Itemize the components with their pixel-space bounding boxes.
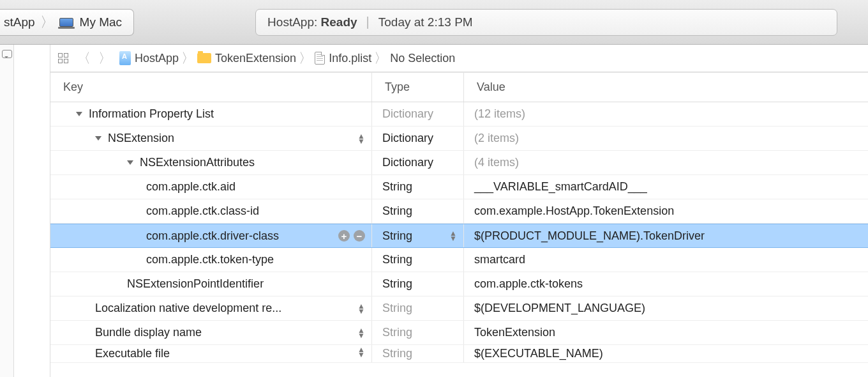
- crumb-hostapp[interactable]: HostApp: [119, 51, 179, 65]
- toolbar: stApp 〉 My Mac HostApp: Ready | Today at…: [0, 0, 868, 45]
- key-cell[interactable]: Localization native development re...▲▼: [50, 296, 372, 320]
- plist-table: Key Type Value Information Property List…: [50, 72, 868, 363]
- type-cell[interactable]: String: [372, 248, 464, 272]
- key-stepper-icon[interactable]: ▲▼: [357, 347, 365, 357]
- key-cell[interactable]: Executable file▲▼: [50, 345, 372, 362]
- key-text: Bundle display name: [95, 326, 202, 339]
- table-row[interactable]: com.apple.ctk.driver-class+−String▲▼$(PR…: [50, 224, 868, 248]
- type-text: String: [382, 277, 412, 291]
- key-text: com.apple.ctk.class-id: [146, 204, 259, 218]
- crumb-noselection[interactable]: No Selection: [390, 52, 455, 65]
- key-stepper-icon[interactable]: ▲▼: [357, 134, 365, 144]
- type-text: Dictionary: [382, 107, 433, 121]
- value-cell[interactable]: (4 items): [464, 151, 868, 174]
- chevron-right-icon: 〉: [374, 49, 387, 67]
- type-text: String: [382, 347, 412, 360]
- value-cell[interactable]: $(PRODUCT_MODULE_NAME).TokenDriver: [464, 224, 868, 247]
- type-cell[interactable]: String: [372, 321, 464, 344]
- key-cell[interactable]: NSExtension▲▼: [50, 127, 372, 150]
- type-text: Dictionary: [382, 132, 433, 145]
- type-cell[interactable]: String: [372, 345, 464, 362]
- value-cell[interactable]: (2 items): [464, 127, 868, 150]
- table-row[interactable]: NSExtensionPointIdentifierStringcom.appl…: [50, 272, 868, 296]
- type-text: String: [382, 302, 412, 315]
- value-cell[interactable]: ___VARIABLE_smartCardAID___: [464, 175, 868, 199]
- value-cell[interactable]: smartcard: [464, 248, 868, 272]
- table-header: Key Type Value: [50, 73, 868, 102]
- key-cell[interactable]: com.apple.ctk.aid: [50, 175, 372, 199]
- col-type[interactable]: Type: [372, 73, 464, 102]
- type-text: String: [382, 253, 412, 266]
- related-items-icon[interactable]: [57, 53, 70, 63]
- col-key[interactable]: Key: [50, 73, 372, 102]
- app-icon: [119, 51, 131, 65]
- value-cell[interactable]: $(DEVELOPMENT_LANGUAGE): [464, 296, 868, 320]
- key-cell[interactable]: NSExtensionPointIdentifier: [50, 272, 372, 296]
- crumb-tokenextension[interactable]: TokenExtension: [197, 52, 296, 65]
- value-cell[interactable]: com.example.HostApp.TokenExtension: [464, 199, 868, 223]
- type-text: String: [382, 229, 412, 243]
- key-cell[interactable]: com.apple.ctk.token-type: [50, 248, 372, 272]
- key-cell[interactable]: Bundle display name▲▼: [50, 321, 372, 344]
- table-row[interactable]: com.apple.ctk.aidString___VARIABLE_smart…: [50, 175, 868, 199]
- key-cell[interactable]: Information Property List: [50, 102, 372, 126]
- value-cell[interactable]: $(EXECUTABLE_NAME): [464, 345, 868, 362]
- type-cell[interactable]: String▲▼: [372, 224, 464, 247]
- add-button[interactable]: +: [338, 230, 350, 242]
- separator: |: [366, 15, 370, 29]
- activity-status: HostApp: Ready | Today at 2:13 PM: [255, 9, 837, 36]
- type-cell[interactable]: String: [372, 199, 464, 223]
- chevron-right-icon: 〉: [181, 49, 195, 67]
- type-cell[interactable]: Dictionary: [372, 127, 464, 150]
- mac-icon: [59, 18, 73, 27]
- type-text: String: [382, 204, 412, 218]
- scheme-app-label: stApp: [4, 15, 35, 29]
- table-row[interactable]: Localization native development re...▲▼S…: [50, 296, 868, 321]
- key-stepper-icon[interactable]: ▲▼: [357, 328, 365, 338]
- disclosure-triangle-icon[interactable]: [95, 136, 101, 141]
- disclosure-triangle-icon[interactable]: [127, 160, 133, 165]
- table-row[interactable]: Executable file▲▼String$(EXECUTABLE_NAME…: [50, 345, 868, 363]
- add-remove-controls: +−: [338, 230, 365, 242]
- table-row[interactable]: com.apple.ctk.class-idStringcom.example.…: [50, 199, 868, 224]
- document-icon: [315, 52, 325, 65]
- key-cell[interactable]: NSExtensionAttributes: [50, 151, 372, 174]
- type-text: String: [382, 326, 412, 339]
- key-text: NSExtension: [108, 132, 174, 145]
- key-text: Localization native development re...: [95, 302, 281, 315]
- key-text: Executable file: [95, 347, 170, 360]
- type-cell[interactable]: Dictionary: [372, 151, 464, 174]
- table-row[interactable]: NSExtension▲▼Dictionary(2 items): [50, 127, 868, 151]
- key-stepper-icon[interactable]: ▲▼: [357, 304, 365, 314]
- status-time: Today at 2:13 PM: [378, 15, 473, 29]
- table-row[interactable]: NSExtensionAttributesDictionary(4 items): [50, 151, 868, 175]
- table-row[interactable]: Bundle display name▲▼StringTokenExtensio…: [50, 321, 868, 345]
- crumb-infoplist[interactable]: Info.plist: [315, 52, 371, 65]
- type-stepper-icon[interactable]: ▲▼: [449, 231, 457, 241]
- value-cell[interactable]: TokenExtension: [464, 321, 868, 344]
- remove-button[interactable]: −: [354, 230, 365, 242]
- comment-icon[interactable]: [2, 50, 12, 58]
- type-cell[interactable]: String: [372, 296, 464, 320]
- type-cell[interactable]: String: [372, 175, 464, 199]
- left-gutter: [0, 45, 14, 377]
- key-cell[interactable]: com.apple.ctk.class-id: [50, 199, 372, 223]
- forward-button[interactable]: 〉: [98, 49, 112, 67]
- disclosure-triangle-icon[interactable]: [76, 112, 82, 116]
- value-cell[interactable]: com.apple.ctk-tokens: [464, 272, 868, 296]
- key-text: NSExtensionPointIdentifier: [127, 277, 264, 291]
- chevron-right-icon: 〉: [299, 49, 312, 67]
- table-row[interactable]: Information Property ListDictionary(12 i…: [50, 102, 868, 127]
- back-button[interactable]: 〈: [77, 49, 91, 67]
- key-text: com.apple.ctk.aid: [146, 180, 236, 194]
- folder-icon: [197, 53, 211, 63]
- status-state: Ready: [321, 15, 357, 29]
- type-text: Dictionary: [382, 156, 433, 169]
- type-cell[interactable]: String: [372, 272, 464, 296]
- type-cell[interactable]: Dictionary: [372, 102, 464, 126]
- col-value[interactable]: Value: [464, 73, 868, 102]
- key-cell[interactable]: com.apple.ctk.driver-class+−: [50, 224, 372, 247]
- value-cell[interactable]: (12 items): [464, 102, 868, 126]
- table-row[interactable]: com.apple.ctk.token-typeStringsmartcard: [50, 248, 868, 272]
- scheme-selector[interactable]: stApp 〉 My Mac: [0, 9, 134, 36]
